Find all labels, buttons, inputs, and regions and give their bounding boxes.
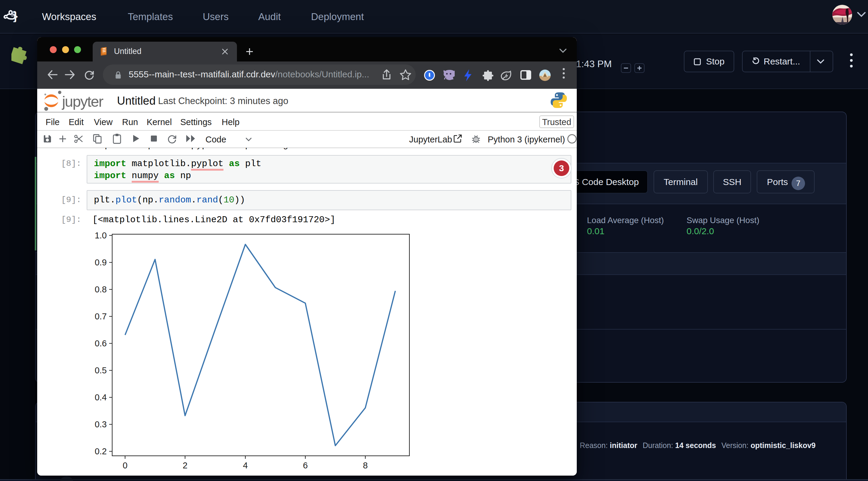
- svg-text:0.6: 0.6: [95, 339, 107, 348]
- svg-text:1.0: 1.0: [95, 231, 107, 240]
- svg-text:0.5: 0.5: [95, 365, 107, 375]
- svg-text:0.9: 0.9: [95, 258, 107, 267]
- svg-text:}: }: [13, 9, 18, 22]
- svg-text:0: 0: [123, 460, 127, 470]
- svg-text:8: 8: [363, 460, 368, 470]
- svg-text:0.3: 0.3: [95, 419, 107, 429]
- svg-text:0.4: 0.4: [95, 392, 107, 402]
- svg-text:0.7: 0.7: [95, 312, 107, 321]
- svg-text:0.8: 0.8: [95, 285, 107, 294]
- svg-text:4: 4: [243, 460, 248, 470]
- svg-text:0.2: 0.2: [95, 447, 107, 456]
- svg-text:6: 6: [303, 460, 308, 470]
- svg-text:2: 2: [183, 460, 187, 470]
